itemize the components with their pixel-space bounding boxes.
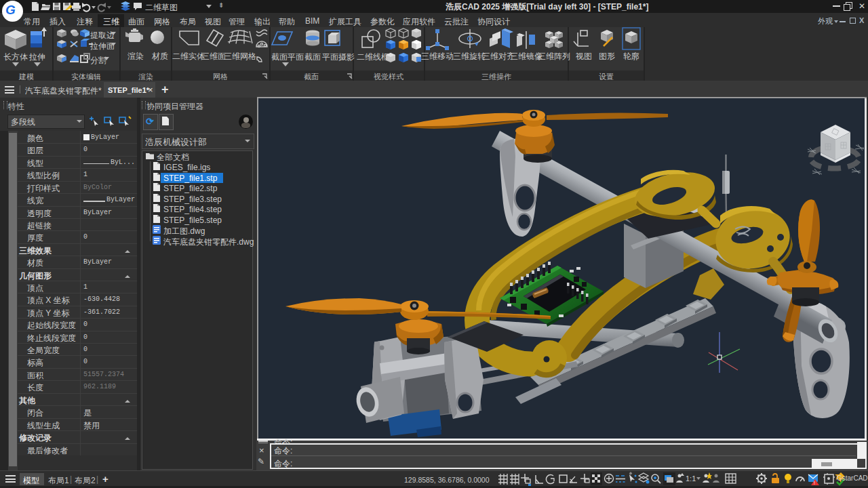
svg-text:1:1: 1:1 [686, 474, 696, 483]
svg-text:GstarCAD: GstarCAD [837, 474, 868, 482]
svg-text:!: ! [814, 481, 815, 485]
